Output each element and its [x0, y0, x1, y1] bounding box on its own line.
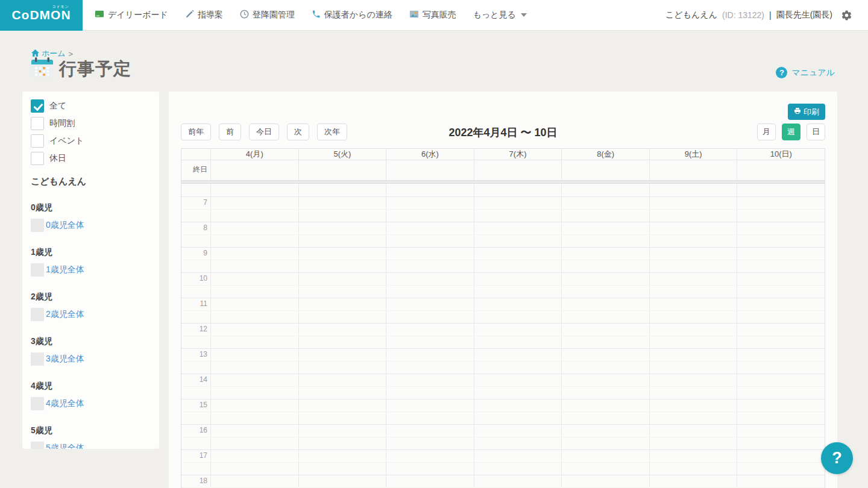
time-slot[interactable]	[649, 260, 737, 272]
time-slot[interactable]	[210, 349, 298, 361]
time-slot[interactable]	[737, 273, 825, 285]
group-link-age-4[interactable]: 4歳児全体	[46, 398, 84, 409]
time-slot[interactable]	[561, 374, 649, 386]
time-slot[interactable]	[561, 197, 649, 209]
manual-link[interactable]: ? マニュアル	[776, 67, 835, 78]
help-fab-button[interactable]: ?	[821, 442, 853, 474]
time-slot[interactable]	[386, 475, 474, 487]
menu-item-photo-sales[interactable]: 写真販売	[409, 10, 456, 20]
time-slot[interactable]	[474, 412, 562, 424]
time-slot[interactable]	[474, 298, 562, 310]
time-slot[interactable]	[474, 248, 562, 260]
time-slot[interactable]	[474, 387, 562, 399]
checkbox-all[interactable]	[31, 99, 44, 113]
time-slot[interactable]	[649, 222, 737, 234]
time-slot[interactable]	[298, 324, 386, 336]
time-slot[interactable]	[386, 412, 474, 424]
menu-item-attendance[interactable]: 登降園管理	[240, 10, 295, 20]
time-slot[interactable]	[649, 273, 737, 285]
time-slot[interactable]	[649, 463, 737, 475]
time-slot[interactable]	[561, 273, 649, 285]
time-slot[interactable]	[737, 197, 825, 209]
time-slot[interactable]	[474, 235, 562, 247]
time-slot[interactable]	[386, 222, 474, 234]
time-slot[interactable]	[561, 412, 649, 424]
time-slot[interactable]	[298, 184, 386, 196]
time-slot[interactable]	[649, 286, 737, 298]
filter-timetable[interactable]: 時間割	[31, 117, 151, 130]
time-slot[interactable]	[737, 450, 825, 462]
time-slot[interactable]	[561, 235, 649, 247]
time-slot[interactable]	[561, 336, 649, 348]
time-slot[interactable]	[210, 336, 298, 348]
time-slot[interactable]	[474, 399, 562, 411]
menu-item-dailyboard[interactable]: デイリーボード	[95, 10, 168, 20]
time-slot[interactable]	[386, 374, 474, 386]
time-slot[interactable]	[386, 387, 474, 399]
time-slot[interactable]	[386, 235, 474, 247]
print-button[interactable]: 印刷	[788, 104, 825, 120]
time-slot[interactable]	[210, 184, 298, 196]
time-slot[interactable]	[386, 324, 474, 336]
time-slot[interactable]	[649, 387, 737, 399]
time-slot[interactable]	[737, 235, 825, 247]
time-slot[interactable]	[210, 412, 298, 424]
time-slot[interactable]	[561, 475, 649, 487]
time-slot[interactable]	[298, 298, 386, 310]
time-slot[interactable]	[561, 222, 649, 234]
all-day-cell[interactable]	[474, 160, 562, 180]
time-slot[interactable]	[561, 210, 649, 222]
time-slot[interactable]	[386, 311, 474, 323]
time-slot[interactable]	[386, 273, 474, 285]
time-slot[interactable]	[737, 425, 825, 437]
time-slot[interactable]	[210, 324, 298, 336]
time-slot[interactable]	[386, 298, 474, 310]
time-slot[interactable]	[649, 399, 737, 411]
time-slot[interactable]	[561, 437, 649, 449]
time-slot[interactable]	[298, 235, 386, 247]
all-day-cell[interactable]	[210, 160, 298, 180]
codmon-logo[interactable]: コドモン CoDMON	[0, 0, 83, 31]
time-slot[interactable]	[474, 222, 562, 234]
time-slot[interactable]	[386, 248, 474, 260]
time-slot[interactable]	[561, 349, 649, 361]
time-slot[interactable]	[737, 437, 825, 449]
menu-item-parent-contact[interactable]: 保護者からの連絡	[312, 10, 392, 20]
time-slot[interactable]	[649, 210, 737, 222]
view-week-button[interactable]: 週	[782, 124, 800, 140]
time-slot[interactable]	[210, 475, 298, 487]
time-slot[interactable]	[737, 248, 825, 260]
time-slot[interactable]	[649, 248, 737, 260]
time-slot[interactable]	[737, 311, 825, 323]
filter-holiday[interactable]: 休日	[31, 152, 151, 165]
time-slot[interactable]	[210, 374, 298, 386]
time-slot[interactable]	[298, 248, 386, 260]
time-slot[interactable]	[298, 349, 386, 361]
time-slot[interactable]	[386, 425, 474, 437]
time-slot[interactable]	[210, 260, 298, 272]
menu-item-guidance-plan[interactable]: 指導案	[185, 10, 223, 20]
time-slot[interactable]	[737, 361, 825, 374]
time-slot[interactable]	[298, 450, 386, 462]
time-slot[interactable]	[561, 248, 649, 260]
time-slot[interactable]	[298, 374, 386, 386]
time-slot[interactable]	[561, 425, 649, 437]
time-slot[interactable]	[649, 311, 737, 323]
time-slot[interactable]	[210, 399, 298, 411]
time-slot[interactable]	[737, 412, 825, 424]
time-slot[interactable]	[298, 222, 386, 234]
time-slot[interactable]	[386, 286, 474, 298]
time-slot[interactable]	[210, 248, 298, 260]
time-slot[interactable]	[561, 399, 649, 411]
time-slot[interactable]	[561, 324, 649, 336]
time-slot[interactable]	[737, 298, 825, 310]
time-slot[interactable]	[474, 210, 562, 222]
time-slot[interactable]	[561, 298, 649, 310]
group-link-age-1[interactable]: 1歳児全体	[46, 264, 84, 275]
time-slot[interactable]	[298, 286, 386, 298]
checkbox-timetable[interactable]	[31, 117, 44, 130]
time-slot[interactable]	[210, 298, 298, 310]
time-slot[interactable]	[737, 475, 825, 487]
time-slot[interactable]	[561, 311, 649, 323]
time-slot[interactable]	[649, 450, 737, 462]
